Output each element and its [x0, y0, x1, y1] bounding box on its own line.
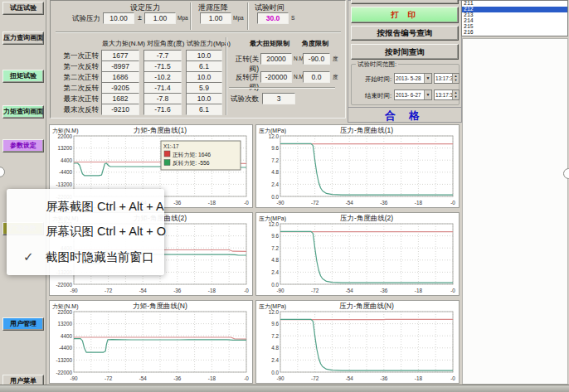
svg-text:2.4: 2.4: [271, 269, 279, 275]
chevron-down-icon[interactable]: ▼: [424, 90, 431, 99]
torque-limit-header: 最大扭矩限制: [250, 39, 289, 48]
svg-text:-36: -36: [380, 200, 388, 206]
list-item[interactable]: 213: [462, 12, 567, 18]
mpa-unit-1: Mpa: [178, 15, 188, 21]
reverse-limit-label: 反转(开阀): [229, 73, 259, 93]
svg-text:-0: -0: [244, 375, 249, 381]
svg-text:-90: -90: [70, 375, 78, 381]
tolerance-input[interactable]: 1.00: [144, 12, 176, 24]
reverse-torque-input[interactable]: -20000: [260, 71, 292, 83]
svg-text:4400: 4400: [61, 157, 73, 163]
end-date-value: 2013- 6-27: [396, 92, 421, 98]
svg-text:-54: -54: [346, 200, 354, 206]
svg-text:-54: -54: [139, 375, 148, 381]
menu-item-hide-window[interactable]: 截图时隐藏当前窗口: [46, 248, 154, 266]
svg-text:压力-角度曲线(1): 压力-角度曲线(1): [340, 126, 393, 134]
sidebar-item-parameter-setting[interactable]: 参数设定: [2, 139, 44, 152]
mpa-unit-2: Mpa: [233, 15, 244, 21]
svg-text:-4400: -4400: [59, 169, 73, 175]
sidebar-item-user-management[interactable]: 用户管理: [2, 317, 44, 331]
leak-drop-input[interactable]: 1.00: [200, 12, 231, 24]
row-pressure-value: 6.1: [186, 104, 222, 115]
query-panel: 打 印 按报告编号查询 按时间查询 试验时间范围: 开始时间: 2013- 5-…: [348, 0, 462, 123]
settings-panel: 设定压力 泄露压降 试验时间 试验压力 10.00 ± 1.00 Mpa 1.0…: [50, 0, 346, 119]
forward-torque-input[interactable]: 20000: [260, 53, 292, 65]
row-label: 第一次正转: [56, 51, 99, 61]
pressure-angle-chart-2: 12.09.67.24.82.40.0-90-72-54-36-18-0压力-角…: [255, 212, 460, 296]
forward-angle-input[interactable]: -90.0: [303, 53, 330, 65]
svg-text:9.6: 9.6: [271, 145, 279, 151]
spinner-up-down-icon[interactable]: ▲▼: [452, 74, 459, 83]
svg-text:压力(MPa): 压力(MPa): [259, 215, 286, 222]
row-pressure-value: 10.0: [186, 93, 222, 104]
report-number-list: 211 212 213 214 215 216: [461, 0, 568, 36]
pressure-angle-chart-1: 12.09.67.24.82.40.0-90-72-54-36-18-0压力-角…: [255, 124, 460, 208]
screenshot-context-menu: 屏幕截图 Ctrl + Alt + A 屏幕识图 Ctrl + Alt + O …: [7, 189, 164, 275]
list-item[interactable]: 215: [462, 24, 567, 30]
svg-text:-18: -18: [415, 375, 423, 381]
svg-text:压力-角度曲线(2): 压力-角度曲线(2): [340, 214, 393, 222]
settings-hdivider: [56, 31, 341, 33]
svg-text:2.4: 2.4: [271, 181, 279, 187]
sidebar-item-pressure-test[interactable]: 试压试验: [2, 2, 44, 15]
svg-text:-22000: -22000: [56, 370, 72, 375]
plus-minus-label: ±: [138, 13, 142, 22]
end-time-spinner[interactable]: 13:17:35 ▲▼: [434, 90, 460, 100]
svg-text:0.0: 0.0: [271, 282, 279, 288]
svg-text:7.2: 7.2: [271, 333, 279, 339]
settings-vdivider-1: [190, 2, 192, 30]
cut-off-top-button[interactable]: [351, 0, 459, 4]
limits-hdivider: [229, 87, 335, 89]
reverse-angle-input[interactable]: 0.0: [303, 71, 330, 83]
svg-text:13200: 13200: [57, 321, 72, 327]
sidebar-item-torque-test[interactable]: 扭矩试验: [2, 70, 44, 83]
start-date-value: 2013- 5-28: [396, 75, 421, 81]
torque-col-header: 最大力矩(N.M): [102, 39, 145, 48]
list-item-selected[interactable]: 212: [462, 7, 567, 12]
svg-text:正转力矩: 1646: 正转力矩: 1646: [173, 152, 211, 157]
test-count-label: 试验次数: [229, 94, 259, 104]
svg-text:-18: -18: [208, 375, 216, 381]
start-date-combo[interactable]: 2013- 5-28 ▼: [394, 73, 432, 84]
svg-text:反转力矩: -556: 反转力矩: -556: [173, 160, 210, 166]
sidebar-item-torque-query[interactable]: 力矩查询画面: [2, 105, 44, 119]
row-pressure-value: 10.0: [186, 71, 222, 83]
svg-text:-54: -54: [346, 288, 354, 293]
start-time-spinner[interactable]: 13:17:35 ▲▼: [434, 73, 460, 84]
result-status-badge: 合 格: [348, 107, 461, 123]
pressure-col-header: 试验压力(Mpa): [187, 39, 231, 48]
list-item[interactable]: 216: [462, 30, 567, 36]
svg-text:-4400: -4400: [59, 345, 73, 351]
menu-item-screen-recognize[interactable]: 屏幕识图 Ctrl + Alt + O: [46, 222, 166, 240]
test-count-input[interactable]: 3: [262, 93, 295, 104]
settings-vdivider-2: [247, 2, 249, 30]
print-button[interactable]: 打 印: [351, 7, 459, 23]
svg-text:-13200: -13200: [56, 181, 72, 187]
row-angle-value: -71.4: [143, 82, 182, 94]
row-label: 最末次正转: [56, 94, 99, 104]
torque-angle-chart-n: 22000132004400-4400-13200-22000-90-72-54…: [49, 300, 253, 384]
menu-item-screen-capture[interactable]: 屏幕截图 Ctrl + Alt + A: [46, 197, 164, 215]
svg-text:力矩-角度曲线(1): 力矩-角度曲线(1): [134, 126, 187, 134]
svg-text:-90: -90: [276, 288, 284, 293]
test-time-input[interactable]: 30.0: [257, 12, 289, 24]
list-item[interactable]: 211: [462, 1, 567, 7]
right-blank-panel: [462, 38, 568, 385]
right-edge-handle[interactable]: [563, 168, 569, 179]
sidebar-item-pressure-query[interactable]: 压力查询画面: [2, 31, 44, 45]
svg-text:-36: -36: [173, 288, 182, 293]
svg-text:-72: -72: [311, 200, 319, 206]
end-date-combo[interactable]: 2013- 6-27 ▼: [394, 90, 432, 100]
svg-text:7.2: 7.2: [271, 245, 279, 251]
chevron-down-icon[interactable]: ▼: [424, 74, 431, 83]
row-pressure-value: 6.1: [186, 60, 222, 72]
svg-text:12.0: 12.0: [269, 133, 280, 139]
svg-text:7.2: 7.2: [271, 157, 279, 163]
query-by-time-button[interactable]: 按时间查询: [351, 44, 459, 60]
angle-limit-header: 角度限制: [302, 39, 328, 48]
list-item[interactable]: 214: [462, 18, 567, 24]
svg-text:-90: -90: [276, 375, 284, 381]
test-pressure-input[interactable]: 10.00: [103, 12, 134, 24]
spinner-up-down-icon[interactable]: ▲▼: [452, 90, 459, 99]
query-by-report-button[interactable]: 按报告编号查询: [351, 26, 459, 41]
